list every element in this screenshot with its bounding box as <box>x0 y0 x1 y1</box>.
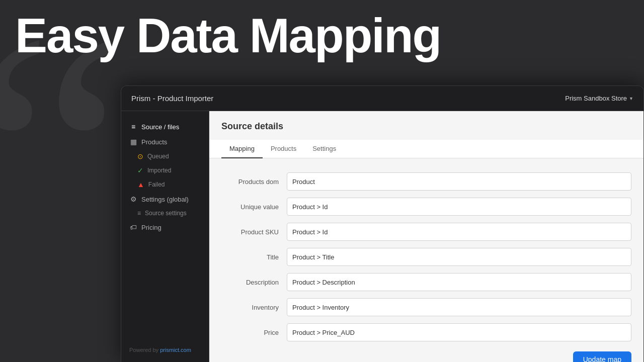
app-window: Prism - Product Importer Prism Sandbox S… <box>121 85 644 362</box>
form-row-description: Description <box>221 273 631 291</box>
sidebar-item-pricing[interactable]: 🏷 Pricing <box>121 220 209 235</box>
sidebar-label-settings: Settings (global) <box>141 196 189 203</box>
label-inventory: Inventory <box>221 304 287 311</box>
input-products-dom[interactable] <box>287 172 631 191</box>
app-title: Prism - Product Importer <box>131 94 213 103</box>
input-inventory[interactable] <box>287 298 631 316</box>
sidebar-label-source-settings: Source settings <box>145 210 187 217</box>
source-files-icon: ≡ <box>129 123 137 131</box>
app-body: ≡ Source / files ▦ Products ⊙ Queued ✓ I… <box>121 111 643 362</box>
sidebar-footer: Powered by prismict.com <box>121 343 209 357</box>
sidebar-item-source-settings[interactable]: ≡ Source settings <box>121 207 209 220</box>
sidebar-item-source-files[interactable]: ≡ Source / files <box>121 119 209 134</box>
label-product-sku: Product SKU <box>221 228 287 236</box>
footer-link[interactable]: prismict.com <box>160 347 191 353</box>
tab-mapping[interactable]: Mapping <box>221 140 263 158</box>
store-selector[interactable]: Prism Sandbox Store <box>565 95 633 102</box>
input-product-sku[interactable] <box>287 223 631 241</box>
input-price[interactable] <box>287 323 631 341</box>
tab-bar: Mapping Products Settings <box>209 140 643 158</box>
sidebar-label-products: Products <box>141 138 167 146</box>
form-row-price: Price <box>221 323 631 341</box>
sidebar-label-source-files: Source / files <box>141 123 179 131</box>
sidebar-item-products[interactable]: ▦ Products <box>121 134 209 149</box>
sidebar-item-imported[interactable]: ✓ Imported <box>121 163 209 177</box>
settings-icon: ⚙ <box>129 195 137 203</box>
form-actions: Update map <box>221 351 631 362</box>
source-settings-icon: ≡ <box>137 210 141 217</box>
app-header: Prism - Product Importer Prism Sandbox S… <box>121 86 643 111</box>
sidebar-label-imported: Imported <box>147 167 171 174</box>
products-icon: ▦ <box>129 138 137 146</box>
footer-text: Powered by <box>129 347 160 353</box>
sidebar-item-settings-global[interactable]: ⚙ Settings (global) <box>121 192 209 207</box>
label-unique-value: Unique value <box>221 203 287 211</box>
failed-icon: ▲ <box>137 180 144 189</box>
sidebar-label-pricing: Pricing <box>141 224 162 231</box>
form-row-unique-value: Unique value <box>221 198 631 216</box>
main-content: Source details Mapping Products Settings… <box>209 111 643 362</box>
tab-settings[interactable]: Settings <box>304 140 344 158</box>
pricing-icon: 🏷 <box>129 223 137 231</box>
input-title[interactable] <box>287 248 631 266</box>
form-row-products-dom: Products dom <box>221 172 631 191</box>
sidebar-label-failed: Failed <box>148 181 165 188</box>
sidebar: ≡ Source / files ▦ Products ⊙ Queued ✓ I… <box>121 111 209 362</box>
input-description[interactable] <box>287 273 631 291</box>
form-row-product-sku: Product SKU <box>221 223 631 241</box>
mapping-form: Products dom Unique value Product SKU Ti… <box>221 168 631 362</box>
tab-products[interactable]: Products <box>263 140 304 158</box>
sidebar-label-queued: Queued <box>147 153 169 160</box>
page-title: Source details <box>221 121 631 132</box>
form-row-inventory: Inventory <box>221 298 631 316</box>
update-map-button[interactable]: Update map <box>573 351 631 362</box>
input-unique-value[interactable] <box>287 198 631 216</box>
hero-title: Easy Data Mapping <box>15 9 441 62</box>
sidebar-item-queued[interactable]: ⊙ Queued <box>121 149 209 163</box>
label-description: Description <box>221 279 287 286</box>
sidebar-item-failed[interactable]: ▲ Failed <box>121 177 209 192</box>
label-price: Price <box>221 329 287 336</box>
form-row-title: Title <box>221 248 631 266</box>
imported-icon: ✓ <box>137 166 143 174</box>
queued-icon: ⊙ <box>137 152 143 160</box>
label-products-dom: Products dom <box>221 178 287 186</box>
label-title: Title <box>221 253 287 261</box>
